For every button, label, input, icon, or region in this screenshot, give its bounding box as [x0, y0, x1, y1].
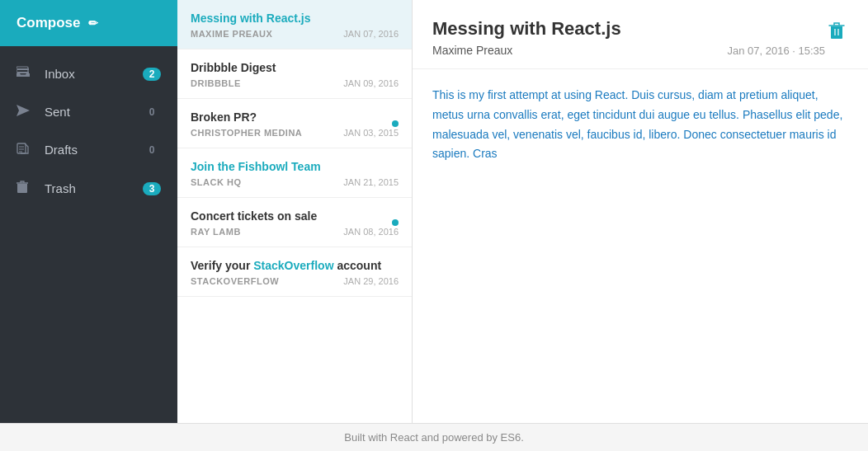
svg-marker-1	[17, 105, 30, 116]
email-sender-5: RAY LAMB	[191, 227, 241, 237]
nav-items: Inbox 2 Sent 0	[0, 54, 177, 423]
email-list-scroll[interactable]: Messing with React.js MAXIME PREAUX JAN …	[177, 0, 412, 423]
sent-icon	[17, 105, 33, 119]
email-detail: Messing with React.js Maxime Preaux Jan …	[413, 0, 868, 423]
email-meta-2: DRIBBBLE JAN 09, 2016	[191, 78, 399, 88]
email-list: Messing with React.js MAXIME PREAUX JAN …	[177, 0, 413, 423]
email-body-text: This is my first attempt at using React.…	[432, 86, 848, 164]
email-subject-6: Verify your StackOverflow account	[191, 259, 399, 272]
email-sender-3: CHRISTOPHER MEDINA	[191, 128, 302, 138]
email-subject-3: Broken PR?	[191, 110, 399, 124]
sent-label: Sent	[45, 105, 143, 119]
drafts-count: 0	[143, 143, 161, 157]
email-item-1[interactable]: Messing with React.js MAXIME PREAUX JAN …	[177, 0, 412, 49]
email-subject-5: Concert tickets on sale	[191, 209, 399, 223]
email-detail-meta: Maxime Preaux Jan 07, 2016 · 15:35	[432, 44, 825, 57]
email-meta-4: SLACK HQ JAN 21, 2015	[191, 177, 399, 187]
email-item-2[interactable]: Dribbble Digest DRIBBBLE JAN 09, 2016	[177, 49, 412, 99]
unread-indicator-5	[392, 219, 399, 226]
unread-indicator-3	[392, 120, 399, 127]
email-meta-3: CHRISTOPHER MEDINA JAN 03, 2015	[191, 128, 399, 138]
footer: Built with React and powered by ES6.	[0, 423, 868, 451]
email-date-3: JAN 03, 2015	[343, 128, 399, 138]
email-detail-datetime: Jan 07, 2016 · 15:35	[727, 45, 825, 57]
email-subject-2: Dribbble Digest	[191, 61, 399, 74]
email-item-5[interactable]: Concert tickets on sale RAY LAMB JAN 08,…	[177, 198, 412, 247]
trash-icon	[17, 181, 33, 196]
sidebar-item-trash[interactable]: Trash 3	[0, 169, 177, 208]
trash-count: 3	[143, 182, 161, 195]
email-item-3[interactable]: Broken PR? CHRISTOPHER MEDINA JAN 03, 20…	[177, 99, 412, 148]
trash-label: Trash	[45, 181, 143, 195]
email-meta-1: MAXIME PREAUX JAN 07, 2016	[191, 29, 399, 39]
email-subject-4: Join the Fishbowl Team	[191, 160, 399, 173]
delete-button[interactable]	[825, 18, 848, 47]
sidebar: Compose ✏ Inbox 2	[0, 0, 177, 423]
email-date-2: JAN 09, 2016	[343, 78, 399, 88]
email-detail-body: This is my first attempt at using React.…	[413, 69, 868, 423]
email-date-6: JAN 29, 2016	[343, 276, 399, 286]
inbox-count: 2	[143, 68, 161, 81]
drafts-icon	[17, 142, 33, 157]
drafts-label: Drafts	[45, 143, 143, 157]
sidebar-item-sent[interactable]: Sent 0	[0, 93, 177, 130]
email-subject-1: Messing with React.js	[191, 12, 399, 25]
inbox-icon	[17, 66, 33, 82]
detail-header-left: Messing with React.js Maxime Preaux Jan …	[432, 18, 825, 57]
pencil-icon: ✏	[88, 16, 98, 30]
email-date-1: JAN 07, 2016	[343, 29, 399, 39]
email-sender-4: SLACK HQ	[191, 177, 241, 187]
compose-button[interactable]: Compose ✏	[0, 0, 177, 46]
email-detail-title: Messing with React.js	[432, 18, 825, 40]
email-item-4[interactable]: Join the Fishbowl Team SLACK HQ JAN 21, …	[177, 148, 412, 198]
sidebar-item-inbox[interactable]: Inbox 2	[0, 54, 177, 93]
email-item-6[interactable]: Verify your StackOverflow account STACKO…	[177, 247, 412, 297]
compose-label: Compose	[17, 15, 80, 31]
email-sender-2: DRIBBBLE	[191, 78, 241, 88]
email-detail-sender: Maxime Preaux	[432, 44, 512, 57]
email-sender-6: STACKOVERFLOW	[191, 276, 279, 286]
sidebar-item-drafts[interactable]: Drafts 0	[0, 130, 177, 169]
footer-text: Built with React and powered by ES6.	[344, 431, 524, 444]
email-detail-header: Messing with React.js Maxime Preaux Jan …	[413, 0, 868, 69]
email-date-5: JAN 08, 2016	[343, 227, 399, 237]
email-date-4: JAN 21, 2015	[343, 177, 399, 187]
email-meta-6: STACKOVERFLOW JAN 29, 2016	[191, 276, 399, 286]
email-meta-5: RAY LAMB JAN 08, 2016	[191, 227, 399, 237]
email-sender-1: MAXIME PREAUX	[191, 29, 272, 39]
sent-count: 0	[143, 106, 161, 119]
inbox-label: Inbox	[45, 67, 143, 81]
